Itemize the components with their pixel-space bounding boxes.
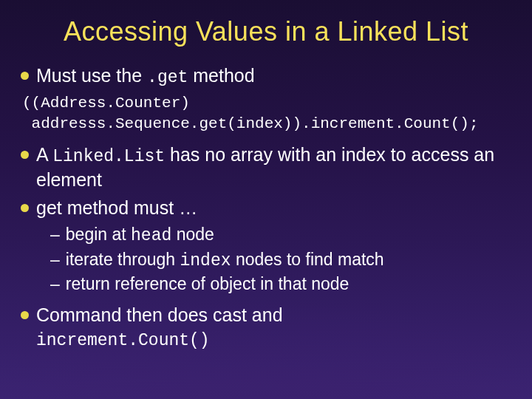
bullet-text: Command then does cast and increment.Cou… <box>36 303 511 352</box>
text-span: nodes to find match <box>231 250 384 269</box>
dash-icon: – <box>50 273 60 295</box>
slide-body: Must use the .get method ((Address.Count… <box>21 64 511 352</box>
bullet-text: A Linked.List has no array with an index… <box>36 143 511 191</box>
code-span: head <box>131 226 171 245</box>
text-span: begin at <box>66 225 131 244</box>
text-span: iterate through <box>66 250 180 269</box>
code-span: index <box>180 251 231 270</box>
dash-icon: – <box>50 249 60 270</box>
slide: Accessing Values in a Linked List Must u… <box>0 0 532 399</box>
text-span: method <box>188 65 254 86</box>
bullet-text: Must use the .get method <box>36 64 511 89</box>
dash-icon: – <box>50 224 60 245</box>
bullet-text: get method must … <box>36 196 511 219</box>
code-block: ((Address.Counter) addresss.Sequence.get… <box>22 93 511 134</box>
subbullet-begin-head: – begin at head node <box>50 224 511 247</box>
subbullet-return-reference: – return reference of object in that nod… <box>50 273 511 295</box>
bullet-linkedlist-no-array: A Linked.List has no array with an index… <box>21 143 511 191</box>
bullet-icon <box>21 204 29 212</box>
bullet-icon <box>21 151 29 159</box>
code-span: increment.Count() <box>36 331 210 350</box>
sub-text: begin at head node <box>66 224 214 247</box>
code-span: .get <box>147 68 188 87</box>
sub-text: return reference of object in that node <box>66 273 349 295</box>
bullet-must-use-get: Must use the .get method <box>21 64 511 89</box>
sub-text: iterate through index nodes to find matc… <box>66 249 384 272</box>
bullet-icon <box>21 72 29 80</box>
code-span: Linked.List <box>52 147 165 166</box>
text-span: Must use the <box>36 65 147 86</box>
text-span: Command then does cast and <box>36 304 283 325</box>
text-span: node <box>171 225 214 244</box>
subbullet-iterate-index: – iterate through index nodes to find ma… <box>50 249 511 272</box>
text-span: A <box>36 144 52 165</box>
slide-title: Accessing Values in a Linked List <box>21 16 511 47</box>
bullet-command-cast: Command then does cast and increment.Cou… <box>21 303 511 352</box>
bullet-get-method-must: get method must … <box>21 196 511 219</box>
bullet-icon <box>21 311 29 319</box>
